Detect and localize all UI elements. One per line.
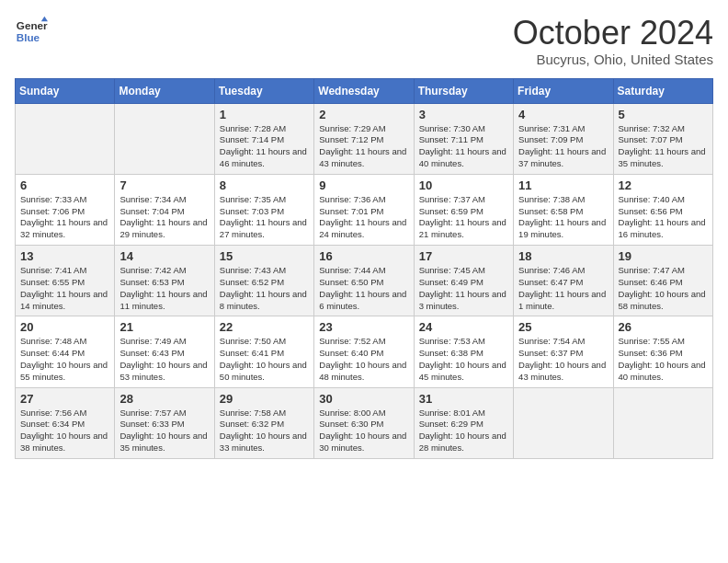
cell-content: Sunrise: 7:43 AMSunset: 6:52 PMDaylight:…	[220, 265, 309, 312]
calendar-day-cell: 20Sunrise: 7:48 AMSunset: 6:44 PMDayligh…	[16, 316, 115, 387]
cell-content: Sunrise: 7:40 AMSunset: 6:56 PMDaylight:…	[619, 194, 708, 241]
calendar-table: SundayMondayTuesdayWednesdayThursdayFrid…	[15, 78, 713, 459]
calendar-day-cell: 11Sunrise: 7:38 AMSunset: 6:58 PMDayligh…	[514, 174, 613, 245]
day-number: 31	[419, 392, 508, 406]
day-number: 21	[119, 320, 209, 334]
calendar-day-cell: 2Sunrise: 7:29 AMSunset: 7:12 PMDaylight…	[314, 103, 414, 174]
weekday-header-friday: Friday	[514, 78, 613, 103]
calendar-day-cell: 28Sunrise: 7:57 AMSunset: 6:33 PMDayligh…	[115, 387, 214, 458]
page-header: General Blue October 2024 Bucyrus, Ohio,…	[15, 15, 713, 67]
day-number: 18	[518, 249, 608, 263]
location-title: Bucyrus, Ohio, United States	[513, 52, 713, 67]
calendar-day-cell: 16Sunrise: 7:44 AMSunset: 6:50 PMDayligh…	[314, 246, 414, 316]
calendar-day-cell: 3Sunrise: 7:30 AMSunset: 7:11 PMDaylight…	[414, 103, 513, 174]
calendar-empty-cell	[16, 103, 115, 174]
day-number: 22	[220, 320, 309, 334]
cell-content: Sunrise: 7:53 AMSunset: 6:38 PMDaylight:…	[419, 336, 508, 383]
day-number: 13	[20, 249, 109, 263]
cell-content: Sunrise: 7:47 AMSunset: 6:46 PMDaylight:…	[619, 265, 708, 312]
cell-content: Sunrise: 7:38 AMSunset: 6:58 PMDaylight:…	[518, 194, 608, 241]
weekday-header-tuesday: Tuesday	[214, 78, 313, 103]
calendar-day-cell: 19Sunrise: 7:47 AMSunset: 6:46 PMDayligh…	[613, 246, 712, 316]
calendar-day-cell: 15Sunrise: 7:43 AMSunset: 6:52 PMDayligh…	[214, 246, 313, 316]
day-number: 15	[220, 249, 309, 263]
day-number: 2	[319, 108, 408, 121]
calendar-day-cell: 17Sunrise: 7:45 AMSunset: 6:49 PMDayligh…	[414, 246, 513, 316]
cell-content: Sunrise: 7:55 AMSunset: 6:36 PMDaylight:…	[619, 336, 708, 383]
calendar-empty-cell	[514, 387, 613, 458]
calendar-day-cell: 24Sunrise: 7:53 AMSunset: 6:38 PMDayligh…	[414, 316, 513, 387]
logo: General Blue	[15, 15, 48, 48]
calendar-week-row: 20Sunrise: 7:48 AMSunset: 6:44 PMDayligh…	[16, 316, 713, 387]
calendar-day-cell: 23Sunrise: 7:52 AMSunset: 6:40 PMDayligh…	[314, 316, 414, 387]
cell-content: Sunrise: 7:45 AMSunset: 6:49 PMDaylight:…	[419, 265, 508, 312]
day-number: 25	[518, 320, 608, 334]
month-title: October 2024	[513, 15, 713, 52]
cell-content: Sunrise: 7:31 AMSunset: 7:09 PMDaylight:…	[518, 123, 608, 170]
calendar-day-cell: 9Sunrise: 7:36 AMSunset: 7:01 PMDaylight…	[314, 174, 414, 245]
cell-content: Sunrise: 7:54 AMSunset: 6:37 PMDaylight:…	[518, 336, 608, 383]
weekday-header-monday: Monday	[115, 78, 214, 103]
weekday-header-saturday: Saturday	[613, 78, 712, 103]
cell-content: Sunrise: 7:50 AMSunset: 6:41 PMDaylight:…	[220, 336, 309, 383]
calendar-day-cell: 4Sunrise: 7:31 AMSunset: 7:09 PMDaylight…	[514, 103, 613, 174]
calendar-day-cell: 22Sunrise: 7:50 AMSunset: 6:41 PMDayligh…	[214, 316, 313, 387]
calendar-day-cell: 12Sunrise: 7:40 AMSunset: 6:56 PMDayligh…	[613, 174, 712, 245]
weekday-header-thursday: Thursday	[414, 78, 513, 103]
calendar-empty-cell	[613, 387, 712, 458]
day-number: 7	[119, 178, 209, 192]
calendar-week-row: 13Sunrise: 7:41 AMSunset: 6:55 PMDayligh…	[16, 246, 713, 316]
day-number: 29	[220, 392, 309, 406]
day-number: 17	[419, 249, 508, 263]
calendar-day-cell: 1Sunrise: 7:28 AMSunset: 7:14 PMDaylight…	[214, 103, 313, 174]
cell-content: Sunrise: 7:58 AMSunset: 6:32 PMDaylight:…	[220, 408, 309, 454]
calendar-day-cell: 5Sunrise: 7:32 AMSunset: 7:07 PMDaylight…	[613, 103, 712, 174]
weekday-header-sunday: Sunday	[16, 78, 115, 103]
calendar-day-cell: 18Sunrise: 7:46 AMSunset: 6:47 PMDayligh…	[514, 246, 613, 316]
cell-content: Sunrise: 7:30 AMSunset: 7:11 PMDaylight:…	[419, 123, 508, 170]
calendar-day-cell: 25Sunrise: 7:54 AMSunset: 6:37 PMDayligh…	[514, 316, 613, 387]
calendar-week-row: 27Sunrise: 7:56 AMSunset: 6:34 PMDayligh…	[16, 387, 713, 458]
day-number: 12	[619, 178, 708, 192]
cell-content: Sunrise: 7:49 AMSunset: 6:43 PMDaylight:…	[119, 336, 209, 383]
calendar-day-cell: 10Sunrise: 7:37 AMSunset: 6:59 PMDayligh…	[414, 174, 513, 245]
weekday-header-row: SundayMondayTuesdayWednesdayThursdayFrid…	[16, 78, 713, 103]
cell-content: Sunrise: 7:33 AMSunset: 7:06 PMDaylight:…	[20, 194, 109, 241]
day-number: 23	[319, 320, 408, 334]
calendar-day-cell: 30Sunrise: 8:00 AMSunset: 6:30 PMDayligh…	[314, 387, 414, 458]
weekday-header-wednesday: Wednesday	[314, 78, 414, 103]
day-number: 24	[419, 320, 508, 334]
calendar-day-cell: 13Sunrise: 7:41 AMSunset: 6:55 PMDayligh…	[16, 246, 115, 316]
day-number: 14	[119, 249, 209, 263]
calendar-empty-cell	[115, 103, 214, 174]
calendar-day-cell: 8Sunrise: 7:35 AMSunset: 7:03 PMDaylight…	[214, 174, 313, 245]
calendar-day-cell: 29Sunrise: 7:58 AMSunset: 6:32 PMDayligh…	[214, 387, 313, 458]
day-number: 10	[419, 178, 508, 192]
cell-content: Sunrise: 8:00 AMSunset: 6:30 PMDaylight:…	[319, 408, 408, 454]
day-number: 9	[319, 178, 408, 192]
cell-content: Sunrise: 7:56 AMSunset: 6:34 PMDaylight:…	[20, 408, 109, 454]
calendar-week-row: 1Sunrise: 7:28 AMSunset: 7:14 PMDaylight…	[16, 103, 713, 174]
day-number: 30	[319, 392, 408, 406]
calendar-day-cell: 6Sunrise: 7:33 AMSunset: 7:06 PMDaylight…	[16, 174, 115, 245]
logo-icon: General Blue	[15, 15, 48, 48]
day-number: 20	[20, 320, 109, 334]
day-number: 5	[619, 108, 708, 121]
cell-content: Sunrise: 7:37 AMSunset: 6:59 PMDaylight:…	[419, 194, 508, 241]
calendar-day-cell: 31Sunrise: 8:01 AMSunset: 6:29 PMDayligh…	[414, 387, 513, 458]
cell-content: Sunrise: 7:46 AMSunset: 6:47 PMDaylight:…	[518, 265, 608, 312]
cell-content: Sunrise: 7:42 AMSunset: 6:53 PMDaylight:…	[119, 265, 209, 312]
day-number: 27	[20, 392, 109, 406]
title-block: October 2024 Bucyrus, Ohio, United State…	[513, 15, 713, 67]
cell-content: Sunrise: 7:29 AMSunset: 7:12 PMDaylight:…	[319, 123, 408, 170]
day-number: 3	[419, 108, 508, 121]
day-number: 1	[220, 108, 309, 121]
day-number: 4	[518, 108, 608, 121]
day-number: 11	[518, 178, 608, 192]
cell-content: Sunrise: 8:01 AMSunset: 6:29 PMDaylight:…	[419, 408, 508, 454]
day-number: 16	[319, 249, 408, 263]
day-number: 26	[619, 320, 708, 334]
cell-content: Sunrise: 7:41 AMSunset: 6:55 PMDaylight:…	[20, 265, 109, 312]
cell-content: Sunrise: 7:36 AMSunset: 7:01 PMDaylight:…	[319, 194, 408, 241]
calendar-week-row: 6Sunrise: 7:33 AMSunset: 7:06 PMDaylight…	[16, 174, 713, 245]
